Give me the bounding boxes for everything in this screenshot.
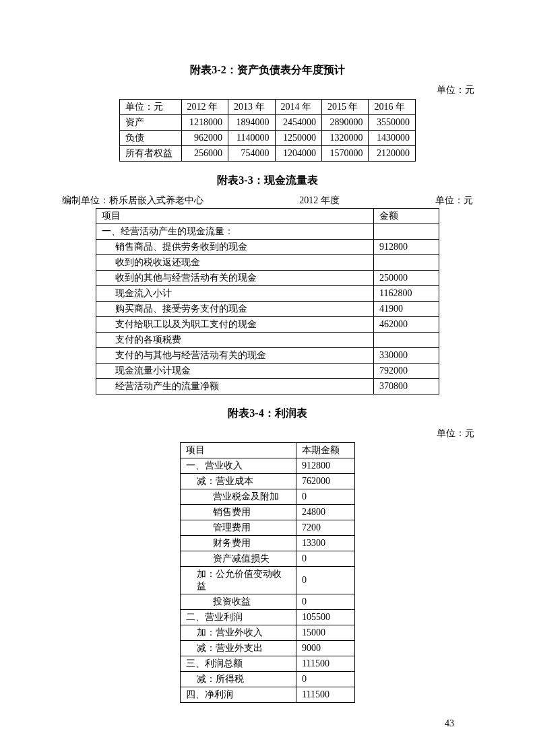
row-label: 经营活动产生的流量净额 xyxy=(96,379,374,394)
row-label: 所有者权益 xyxy=(120,146,182,162)
table-row: 减：营业外支出9000 xyxy=(181,641,355,656)
row-label: 投资收益 xyxy=(181,594,296,610)
row-label: 购买商品、接受劳务支付的现金 xyxy=(96,302,374,317)
row-label: 四、净利润 xyxy=(181,687,296,703)
header-unit-cell: 单位：元 xyxy=(120,100,182,115)
row-label: 财务费用 xyxy=(181,536,296,551)
row-amount: 13300 xyxy=(296,536,355,551)
cashflow-header-left: 编制单位：桥乐居嵌入式养老中心 xyxy=(62,195,203,207)
section-3-3-title: 附表3-3：现金流量表 xyxy=(61,174,474,188)
table-row: 购买商品、接受劳务支付的现金41900 xyxy=(96,302,439,317)
row-label: 减：所得税 xyxy=(181,672,296,687)
row-label: 资产减值损失 xyxy=(181,551,296,567)
table-row: 负债 962000 1140000 1250000 1320000 143000… xyxy=(120,131,416,146)
table-row: 经营活动产生的流量净额370800 xyxy=(96,379,439,394)
table-row: 所有者权益 256000 754000 1204000 1570000 2120… xyxy=(120,146,416,162)
row-label: 支付的与其他与经营活动有关的现金 xyxy=(96,348,374,364)
row-amount xyxy=(374,224,439,240)
row-label: 销售费用 xyxy=(181,505,296,520)
table-row: 现金流入小计1162800 xyxy=(96,286,439,302)
row-amount: 15000 xyxy=(296,625,355,641)
table-row: 一、经营活动产生的现金流量： xyxy=(96,224,439,240)
row-amount: 912800 xyxy=(374,240,439,255)
table-row: 支付的各项税费 xyxy=(96,333,439,348)
table-row: 减：营业成本762000 xyxy=(181,474,355,489)
table-row: 二、营业利润105500 xyxy=(181,610,355,625)
cashflow-header-mid: 2012 年度 xyxy=(299,195,340,207)
section-3-2-unit: 单位：元 xyxy=(61,84,474,96)
row-amount: 1162800 xyxy=(374,286,439,302)
cash-flow-table: 项目 金额 一、经营活动产生的现金流量： 销售商品、提供劳务收到的现金91280… xyxy=(96,208,439,394)
row-amount: 912800 xyxy=(296,458,355,474)
row-label: 负债 xyxy=(120,131,182,146)
col-2012: 2012 年 xyxy=(181,100,228,115)
row-label: 加：营业外收入 xyxy=(181,625,296,641)
table-row: 收到的税收返还现金 xyxy=(96,255,439,271)
col-2016: 2016 年 xyxy=(369,100,416,115)
col-2013: 2013 年 xyxy=(228,100,275,115)
row-label: 资产 xyxy=(120,115,182,131)
cell: 1570000 xyxy=(321,146,368,162)
table-row: 营业税金及附加0 xyxy=(181,489,355,505)
cell: 1140000 xyxy=(228,131,275,146)
cell: 1320000 xyxy=(321,131,368,146)
row-label: 收到的其他与经营活动有关的现金 xyxy=(96,271,374,286)
row-amount: 0 xyxy=(296,551,355,567)
income-statement-table: 项目 本期金额 一、营业收入912800 减：营业成本762000 营业税金及附… xyxy=(180,442,355,703)
table-row: 投资收益0 xyxy=(181,594,355,610)
cell: 1204000 xyxy=(275,146,321,162)
table-row: 资产 1218000 1894000 2454000 2890000 35500… xyxy=(120,115,416,131)
row-label: 减：营业外支出 xyxy=(181,641,296,656)
row-label: 减：营业成本 xyxy=(181,474,296,489)
row-amount: 0 xyxy=(296,594,355,610)
table-row: 资产减值损失0 xyxy=(181,551,355,567)
cell: 3550000 xyxy=(369,115,416,131)
row-amount: 111500 xyxy=(296,687,355,703)
row-amount: 41900 xyxy=(374,302,439,317)
cashflow-header-right: 单位：元 xyxy=(435,195,473,207)
row-label: 一、经营活动产生的现金流量： xyxy=(96,224,374,240)
row-amount: 105500 xyxy=(296,610,355,625)
row-amount: 24800 xyxy=(296,505,355,520)
table-row: 支付给职工以及为职工支付的现金462000 xyxy=(96,317,439,333)
balance-sheet-forecast-table: 单位：元 2012 年 2013 年 2014 年 2015 年 2016 年 … xyxy=(119,99,416,162)
row-amount: 0 xyxy=(296,672,355,687)
col-amount: 金额 xyxy=(374,209,439,224)
row-label: 收到的税收返还现金 xyxy=(96,255,374,271)
row-amount: 0 xyxy=(296,567,355,594)
table-row: 收到的其他与经营活动有关的现金250000 xyxy=(96,271,439,286)
row-label: 现金流量小计现金 xyxy=(96,364,374,379)
row-amount: 0 xyxy=(296,489,355,505)
cell: 962000 xyxy=(181,131,228,146)
row-label: 支付的各项税费 xyxy=(96,333,374,348)
row-amount xyxy=(374,333,439,348)
table-row: 现金流量小计现金792000 xyxy=(96,364,439,379)
row-label: 三、利润总额 xyxy=(181,656,296,672)
cell: 754000 xyxy=(228,146,275,162)
table-row: 加：营业外收入15000 xyxy=(181,625,355,641)
row-label: 营业税金及附加 xyxy=(181,489,296,505)
col-item: 项目 xyxy=(181,443,296,458)
row-amount: 792000 xyxy=(374,364,439,379)
row-amount xyxy=(374,255,439,271)
table-header-row: 单位：元 2012 年 2013 年 2014 年 2015 年 2016 年 xyxy=(120,100,416,115)
row-amount: 330000 xyxy=(374,348,439,364)
page-number: 43 xyxy=(445,718,454,729)
row-label: 一、营业收入 xyxy=(181,458,296,474)
table-row: 三、利润总额111500 xyxy=(181,656,355,672)
section-3-4-unit: 单位：元 xyxy=(61,427,474,440)
col-amount: 本期金额 xyxy=(296,443,355,458)
section-3-4-title: 附表3-4：利润表 xyxy=(61,407,474,421)
table-row: 财务费用13300 xyxy=(181,536,355,551)
cell: 256000 xyxy=(181,146,228,162)
table-row: 加：公允价值变动收益0 xyxy=(181,567,355,594)
row-label: 销售商品、提供劳务收到的现金 xyxy=(96,240,374,255)
table-row: 一、营业收入912800 xyxy=(181,458,355,474)
row-label: 加：公允价值变动收益 xyxy=(181,567,296,594)
table-row: 减：所得税0 xyxy=(181,672,355,687)
cell: 1430000 xyxy=(369,131,416,146)
table-row: 支付的与其他与经营活动有关的现金330000 xyxy=(96,348,439,364)
col-2014: 2014 年 xyxy=(275,100,321,115)
col-item: 项目 xyxy=(96,209,374,224)
row-amount: 370800 xyxy=(374,379,439,394)
